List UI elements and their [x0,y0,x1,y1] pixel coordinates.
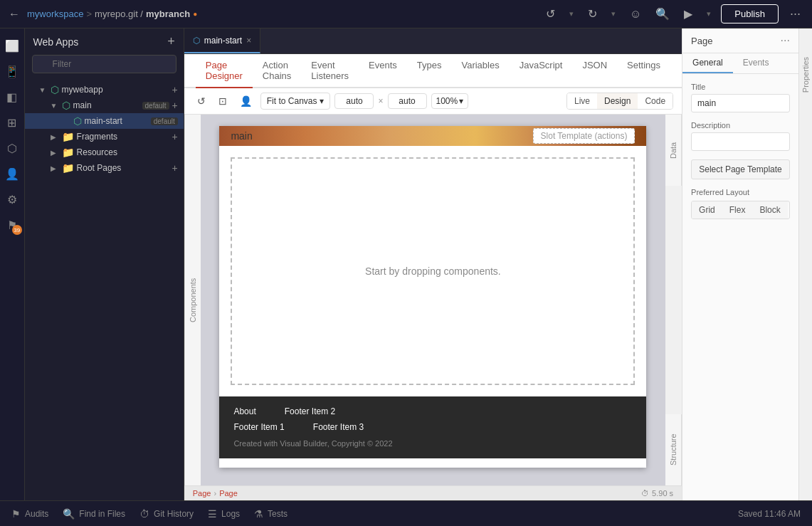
tab-close-button[interactable]: × [246,36,251,46]
publish-button[interactable]: Publish [721,4,779,23]
code-view-button[interactable]: Code [638,93,673,109]
tab-event-listeners[interactable]: Event Listeners [301,54,359,88]
tree-add-fragments[interactable]: + [172,131,178,142]
preferred-layout-label: Preferred Layout [691,188,790,196]
sidebar-icon-person[interactable]: 👤 [1,162,23,185]
top-tabs: Page Designer Action Chains Event Listen… [184,54,682,88]
tree-item-resources[interactable]: ▶ 📁 Resources [25,144,184,160]
bottom-tab-git-history[interactable]: ⏱ Git History [139,508,194,520]
right-panel: Page ··· General Events Title Descriptio… [682,28,798,500]
redo-dropdown[interactable]: ▾ [607,6,620,21]
height-input[interactable]: auto [388,93,427,109]
title-field-input[interactable] [691,94,790,112]
bottom-tab-tests[interactable]: ⚗ Tests [254,508,288,520]
footer-link-item3[interactable]: Footer Item 3 [313,422,364,432]
left-panel-header: Web Apps + [25,28,184,55]
sidebar-icon-data[interactable]: ⊞ [1,111,23,134]
layout-flex-button[interactable]: Flex [722,201,753,219]
tab-javascript[interactable]: JavaScript [510,54,573,88]
undo-button[interactable]: ↺ [542,4,559,23]
sidebar-icon-mobile[interactable]: 📱 [1,60,23,83]
right-panel-title: Page [691,36,712,46]
sidebar-icon-badge[interactable]: ⚑ 39 [1,214,23,236]
layout-grid-button[interactable]: Grid [692,201,722,219]
view-mode-buttons: Live Design Code [566,93,673,110]
fit-to-canvas-label: Fit to Canvas [267,96,317,106]
footer-link-about[interactable]: About [233,406,255,416]
right-tab-events[interactable]: Events [733,53,779,73]
right-tab-general[interactable]: General [682,53,733,73]
tree-icon-fragments: 📁 [62,131,74,142]
search-input[interactable] [32,55,176,73]
tab-main-start[interactable]: ⬡ main-start × [184,28,260,53]
structure-label-text: Structure [669,434,677,466]
branch-dot: ● [193,10,197,18]
tests-icon: ⚗ [254,508,263,520]
branch-label: mybranch [146,9,190,19]
left-panel-add-button[interactable]: + [167,34,175,49]
components-sidebar-label[interactable]: Components [184,115,201,485]
description-input[interactable] [691,132,790,151]
tree-item-mywebapp[interactable]: ▼ ⬡ mywebapp + [25,82,184,98]
repo-link[interactable]: myrepo.git / [95,9,143,19]
tab-page-designer[interactable]: Page Designer [196,54,253,88]
tree-add-main[interactable]: + [172,100,178,111]
tree-item-root-pages[interactable]: ▶ 📁 Root Pages + [25,160,184,176]
toolbar: ↺ ⊡ 👤 Fit to Canvas ▾ auto × auto 100% ▾… [184,88,682,115]
tree-arrow-root-pages: ▶ [51,164,59,172]
back-button[interactable]: ← [6,5,23,23]
topbar-more-button[interactable]: ··· [784,4,806,24]
right-panel-more-button[interactable]: ··· [781,34,790,47]
tab-events[interactable]: Events [359,54,407,88]
tree-icon-main-start: ⬡ [73,115,82,127]
sidebar-icon-layers[interactable]: ◧ [1,85,23,108]
run-dropdown[interactable]: ▾ [702,6,715,21]
properties-sidebar[interactable]: Properties [798,28,812,500]
main-layout: ⬜ 📱 ◧ ⊞ ⬡ 👤 ⚙ ⚑ 39 Web Apps + 🔍 ▼ ⬡ [0,28,812,500]
tree-add-root-pages[interactable]: + [172,162,178,174]
bottom-tab-audits[interactable]: ⚑ Audits [11,508,48,520]
zoom-dropdown-icon: ▾ [459,96,463,106]
bc-page1[interactable]: Page [193,489,211,498]
sidebar-icon-process[interactable]: ⬡ [1,137,23,159]
workspace-link[interactable]: myworkspace [27,9,83,19]
footer-link-item1[interactable]: Footer Item 1 [233,422,284,432]
bottom-tab-find-in-files[interactable]: 🔍 Find in Files [63,508,125,520]
canvas-drop-area[interactable]: Start by dropping components. [231,157,635,385]
width-input[interactable]: auto [334,93,374,109]
tab-types[interactable]: Types [407,54,452,88]
canvas-time: ⏱ 5.90 s [641,489,673,498]
right-panel-header: Page ··· [682,28,798,53]
tab-icon: ⬡ [193,36,200,46]
refresh-button[interactable]: ↺ [193,93,210,109]
footer-link-item2[interactable]: Footer Item 2 [285,406,335,416]
time-icon: ⏱ [641,489,649,498]
tree-add-mywebapp[interactable]: + [172,84,178,95]
bc-page2[interactable]: Page [219,489,238,498]
sidebar-icon-components[interactable]: ⚙ [1,188,23,211]
tab-action-chains[interactable]: Action Chains [253,54,301,88]
tree-item-main-start[interactable]: ⬡ main-start default [25,113,184,129]
structure-sidebar-label[interactable]: Structure [665,414,682,485]
tab-variables[interactable]: Variables [451,54,509,88]
data-sidebar-label[interactable]: Data [665,115,682,186]
design-view-button[interactable]: Design [597,93,638,109]
undo-dropdown[interactable]: ▾ [565,6,578,21]
redo-button[interactable]: ↻ [584,4,601,23]
user-button[interactable]: 👤 [236,93,256,109]
zoom-control[interactable]: 100% ▾ [431,93,469,109]
sidebar-icon-home[interactable]: ⬜ [1,34,23,57]
tab-json[interactable]: JSON [572,54,617,88]
tree-item-main[interactable]: ▼ ⬡ main default + [25,98,184,113]
fit-to-canvas-select[interactable]: Fit to Canvas ▾ [260,93,331,110]
layout-block-button[interactable]: Block [752,201,787,219]
fit-button[interactable]: ⊡ [214,93,231,109]
tab-settings[interactable]: Settings [617,54,670,88]
run-button[interactable]: ▶ [680,4,697,23]
select-page-template-button[interactable]: Select Page Template [691,159,790,179]
bottom-tab-logs[interactable]: ☰ Logs [208,508,240,520]
tree-item-fragments[interactable]: ▶ 📁 Fragments + [25,129,184,144]
emoji-button[interactable]: ☺ [626,5,645,23]
search-button[interactable]: 🔍 [651,4,674,23]
live-view-button[interactable]: Live [567,93,597,109]
